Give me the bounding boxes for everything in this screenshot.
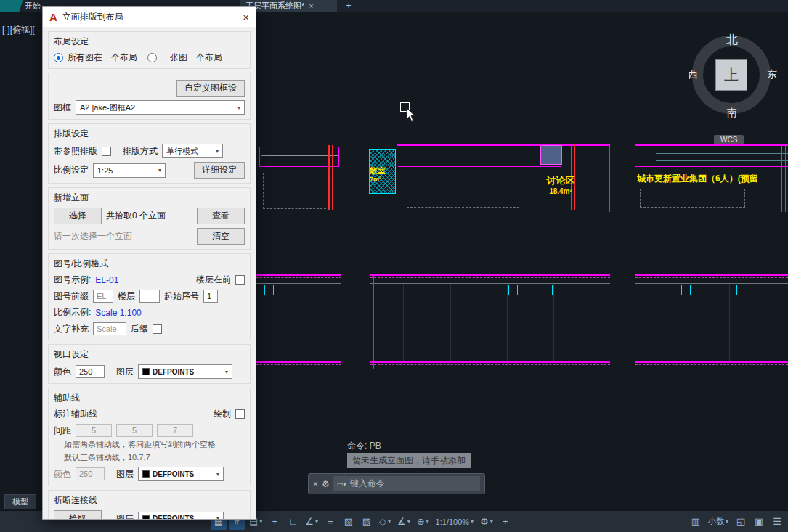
- scale-select[interactable]: 1:25 ▾: [93, 163, 166, 178]
- selection-cycling-icon[interactable]: ▧: [359, 513, 375, 530]
- autocad-window: 开始 工层平面系统图* × + 敞室 7m² 讨论区 18.4m²: [0, 0, 788, 532]
- compass-north[interactable]: 北: [723, 33, 741, 48]
- ortho-mode-icon[interactable]: ∟: [285, 513, 301, 530]
- guides-color-label: 颜色: [54, 468, 71, 480]
- group-layout: 布局设定 所有图在一个布局 一张图一个布局: [48, 31, 251, 69]
- with-reference-checkbox[interactable]: [102, 147, 111, 156]
- chevron-down-icon: ▾: [259, 518, 262, 525]
- dialog-titlebar[interactable]: A 立面排版到布局 ×: [43, 7, 256, 27]
- view-button[interactable]: 查看: [197, 208, 245, 224]
- object-snap-icon[interactable]: ⊕▾: [415, 513, 431, 530]
- viewport-layer-select[interactable]: DEFPOINTS ▾: [138, 364, 232, 379]
- spacing-input-2[interactable]: 5: [116, 424, 153, 437]
- frame-select-value: A2 |ake-图框A2: [80, 102, 135, 113]
- group-layout-heading: 布局设定: [54, 36, 245, 48]
- compass-west[interactable]: 西: [684, 68, 702, 81]
- clear-button[interactable]: 清空: [197, 228, 245, 245]
- viewcube-top-face[interactable]: 上: [715, 59, 747, 91]
- elevation-band-right-2: [635, 361, 788, 365]
- annotation-monitor-icon[interactable]: +: [497, 513, 513, 530]
- prefix-input[interactable]: EL: [93, 290, 113, 303]
- floor-input[interactable]: [139, 290, 160, 303]
- draw-guides-checkbox[interactable]: [235, 409, 245, 419]
- isolate-objects-icon[interactable]: ◱: [733, 513, 749, 530]
- viewport-color-input[interactable]: 250: [76, 365, 105, 378]
- chevron-down-icon: ▾: [216, 148, 219, 155]
- floor-label: 楼层: [118, 290, 135, 303]
- tab-close-icon[interactable]: ×: [309, 1, 313, 10]
- suffix-checkbox[interactable]: [153, 324, 162, 334]
- transparency-icon[interactable]: ▨: [341, 513, 357, 530]
- floor-front-label: 楼层在前: [196, 274, 231, 286]
- floor-front-checkbox[interactable]: [235, 275, 245, 285]
- chevron-down-icon: ▾: [471, 518, 474, 525]
- prefix-label: 图号前缀: [54, 290, 89, 303]
- plan-mid-leftline: [397, 144, 397, 195]
- group-elevation-heading: 新增立面: [54, 192, 245, 204]
- chevron-down-icon: ▾: [216, 471, 219, 478]
- close-commandline-icon[interactable]: ×: [313, 479, 318, 489]
- new-tab-button[interactable]: +: [343, 1, 354, 11]
- group-breakline-heading: 折断连接线: [54, 494, 245, 507]
- group-elevation: 新增立面 选择 共拾取0 个立面 查看 请一次选择一个立面 清空: [48, 187, 251, 250]
- elevation-layout-dialog[interactable]: A 立面排版到布局 × 布局设定 所有图在一个布局 一张图一个布局 自定义图框设: [42, 6, 256, 520]
- dynamic-input-icon[interactable]: +: [267, 513, 283, 530]
- recent-commands-icon[interactable]: ▭▾: [337, 480, 346, 488]
- command-history-prompt: 命令: PB: [347, 440, 381, 452]
- plan-right-table: [656, 150, 788, 164]
- fixture-square: [264, 285, 274, 295]
- custom-frame-button[interactable]: 自定义图框设: [176, 80, 245, 97]
- breakline-layer-select[interactable]: DEFPOINTS ▾: [138, 512, 224, 520]
- spacing-input-3[interactable]: 7: [157, 424, 193, 437]
- spacing-label: 间距: [54, 425, 71, 437]
- suffix-label: 后缀: [131, 323, 148, 335]
- radio-all-in-one-layout[interactable]: [54, 53, 63, 62]
- scale-setting-label: 比例设定: [54, 164, 89, 176]
- chevron-down-icon: ▾: [158, 167, 161, 173]
- chevron-down-icon: ▾: [315, 518, 318, 525]
- room-small-name: 敞室: [370, 166, 399, 176]
- typeset-mode-select[interactable]: 单行模式 ▾: [162, 144, 223, 158]
- isodraft-icon[interactable]: ◇▾: [377, 513, 393, 530]
- compass-south[interactable]: 南: [723, 107, 741, 120]
- annotation-scale[interactable]: 1:1/100%▾: [434, 513, 476, 530]
- viewport-color-label: 颜色: [54, 366, 71, 378]
- autocad-logo-icon: A: [49, 11, 57, 23]
- select-elevation-button[interactable]: 选择: [54, 208, 102, 224]
- elevation-band-right: [635, 274, 788, 278]
- wcs-indicator[interactable]: WCS: [714, 135, 744, 144]
- viewport-controls[interactable]: [-][俯视][: [2, 24, 35, 36]
- radio-one-per-layout[interactable]: [147, 53, 157, 62]
- pick-breakline-button[interactable]: 拾取: [54, 510, 102, 519]
- command-input[interactable]: ▭▾ 键入命令: [333, 476, 480, 491]
- units-icon[interactable]: ▥: [688, 513, 704, 530]
- group-numbering: 图号/比例格式 图号示例: EL-01 楼层在前 图号前缀 EL 楼层 起始序号…: [48, 253, 251, 340]
- guides-color-input[interactable]: 250: [76, 467, 105, 480]
- graphics-performance-icon[interactable]: ▣: [751, 513, 767, 530]
- customize-menu-icon[interactable]: ☰: [769, 513, 785, 530]
- plan-left-outline: [259, 147, 339, 167]
- command-placeholder: 键入命令: [350, 478, 385, 490]
- start-number-label: 起始序号: [164, 290, 199, 303]
- model-layout-tab[interactable]: 模型: [4, 494, 36, 509]
- command-history-message: 暂未生成立面图，请手动添加: [347, 453, 471, 468]
- object-snap-tracking-icon[interactable]: ∡▾: [395, 513, 413, 530]
- text-supplement-input[interactable]: Scale: [93, 322, 126, 335]
- lineweight-icon[interactable]: ≡: [322, 513, 338, 530]
- guides-layer-select[interactable]: DEFPOINTS ▾: [138, 467, 224, 481]
- precision-dropdown[interactable]: 小数▾: [706, 513, 731, 530]
- dimension-guides-label: 标注辅助线: [54, 408, 97, 420]
- detail-settings-button[interactable]: 详细设定: [194, 162, 245, 179]
- customize-wrench-icon[interactable]: ⚙: [322, 479, 330, 489]
- plan-mid-topline: [397, 144, 610, 146]
- command-line[interactable]: × ⚙ ▭▾ 键入命令: [308, 473, 485, 494]
- workspace-switching-icon[interactable]: ⚙▾: [478, 513, 495, 530]
- spacing-input-1[interactable]: 5: [76, 424, 112, 437]
- compass-east[interactable]: 东: [763, 68, 781, 81]
- polar-tracking-icon[interactable]: ∠▾: [303, 513, 320, 530]
- chevron-down-icon: ▾: [237, 105, 240, 111]
- dialog-close-icon[interactable]: ×: [243, 11, 249, 23]
- room-small-label: 敞室 7m²: [370, 166, 399, 183]
- frame-select[interactable]: A2 |ake-图框A2 ▾: [76, 100, 245, 115]
- start-number-input[interactable]: 1: [203, 290, 218, 303]
